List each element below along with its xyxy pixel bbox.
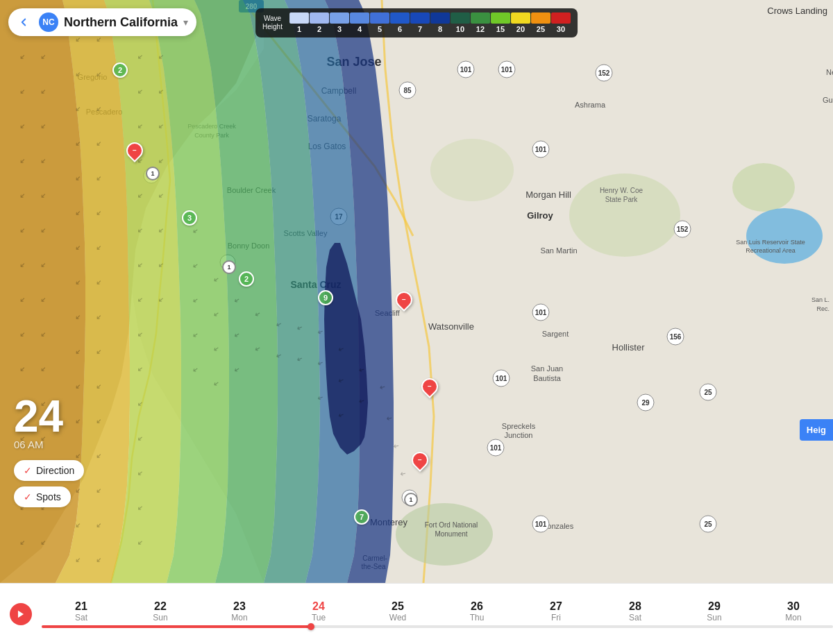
svg-text:Scotts Valley: Scotts Valley (284, 229, 328, 237)
svg-text:Campbell: Campbell (321, 86, 357, 96)
route-1-badge-top: 1 (146, 167, 160, 180)
svg-text:San Jose: San Jose (326, 55, 381, 69)
svg-text:Carmel-: Carmel- (362, 554, 387, 562)
date-item-4[interactable]: 25 Wed (358, 600, 437, 622)
svg-text:Watsonville: Watsonville (428, 321, 474, 332)
date-num-4: 25 (392, 600, 404, 613)
svg-text:Rec.: Rec. (816, 305, 830, 312)
green-marker-2[interactable]: 2 (112, 62, 128, 78)
svg-text:Gilroy: Gilroy (527, 210, 553, 221)
svg-text:29: 29 (641, 399, 650, 407)
date-num-7: 28 (629, 600, 641, 613)
svg-text:San Luis Reservoir State: San Luis Reservoir State (736, 239, 805, 246)
date-day-1: Sun (153, 613, 167, 622)
dates-row: 21 Sat 22 Sun 23 Mon 24 Tue 25 Wed 26 Th… (42, 595, 833, 625)
date-item-0[interactable]: 21 Sat (42, 600, 121, 622)
date-num-0: 21 (75, 600, 87, 613)
height-button[interactable]: Heig (800, 419, 833, 441)
svg-text:Newm..: Newm.. (826, 68, 833, 76)
date-item-5[interactable]: 26 Thu (437, 600, 516, 622)
svg-text:101: 101 (460, 66, 472, 74)
date-item-9[interactable]: 30 Mon (754, 600, 833, 622)
svg-text:Henry W. Coe: Henry W. Coe (600, 187, 643, 194)
svg-text:Gusto..: Gusto.. (823, 96, 833, 104)
progress-bar[interactable] (42, 625, 833, 628)
left-panel: 24 06 AM ✓ Direction ✓ Spots (0, 383, 146, 524)
direction-check: ✓ (24, 465, 32, 476)
spot-marker-4[interactable]: − (412, 452, 428, 468)
map-container: San Jose Campbell Saratoga Los Gatos San… (0, 0, 833, 583)
date-item-1[interactable]: 22 Sun (121, 600, 200, 622)
spots-check: ✓ (24, 491, 32, 502)
progress-thumb[interactable] (308, 623, 314, 630)
date-day-7: Sat (629, 613, 641, 622)
play-button-container (0, 603, 42, 625)
svg-text:Santa Cruz: Santa Cruz (290, 279, 341, 290)
green-marker-7[interactable]: 7 (354, 509, 369, 525)
dropdown-arrow[interactable]: ▾ (183, 17, 188, 28)
date-day-3: Tue (312, 613, 326, 622)
region-icon: NC (39, 12, 58, 32)
date-day-6: Fri (551, 613, 561, 622)
direction-chip[interactable]: ✓ Direction (14, 460, 84, 481)
spot-marker-3[interactable]: − (421, 378, 438, 395)
wave-height-label: WaveHeight (262, 15, 283, 31)
svg-text:Monterey: Monterey (370, 517, 408, 527)
svg-text:280: 280 (246, 3, 258, 10)
svg-text:101: 101 (496, 375, 507, 382)
legend-colors (289, 12, 571, 24)
date-item-2[interactable]: 23 Mon (200, 600, 279, 622)
svg-text:101: 101 (490, 444, 502, 452)
date-num-3: 24 (312, 600, 325, 613)
date-item-3[interactable]: 24 Tue (279, 600, 358, 622)
date-item-7[interactable]: 28 Sat (596, 600, 675, 622)
svg-text:San L.: San L. (811, 296, 830, 303)
svg-text:101: 101 (535, 146, 547, 153)
svg-text:Ashrama: Ashrama (575, 101, 606, 109)
spot-marker-1[interactable]: − (126, 142, 143, 159)
svg-text:County Park: County Park (194, 132, 229, 139)
svg-text:Bautista: Bautista (533, 374, 562, 382)
svg-point-1 (732, 163, 795, 212)
svg-text:Monument: Monument (435, 530, 467, 538)
green-marker-2b[interactable]: 2 (239, 271, 254, 287)
svg-point-2 (569, 173, 680, 257)
region-name: Northern California (64, 15, 178, 30)
date-num-8: 29 (708, 600, 721, 613)
green-marker-3[interactable]: 3 (182, 210, 197, 226)
wave-height-legend: WaveHeight (255, 8, 578, 37)
date-day-2: Mon (231, 613, 247, 622)
date-num-5: 26 (471, 600, 483, 613)
date-day-9: Mon (785, 613, 801, 622)
date-num-1: 22 (154, 600, 167, 613)
svg-text:Gregorio: Gregorio (78, 73, 108, 81)
date-item-8[interactable]: 29 Sun (675, 600, 754, 622)
svg-text:25: 25 (704, 389, 712, 396)
svg-text:Saratoga: Saratoga (308, 114, 342, 124)
crows-landing-label: Crows Landing (767, 6, 827, 16)
dates-container: 21 Sat 22 Sun 23 Mon 24 Tue 25 Wed 26 Th… (42, 595, 833, 634)
svg-text:85: 85 (403, 87, 412, 94)
svg-text:the-Sea: the-Sea (361, 563, 385, 570)
svg-text:Fort Ord National: Fort Ord National (425, 521, 478, 529)
route-1-badge-bot: 1 (404, 493, 418, 507)
direction-label: Direction (36, 465, 74, 476)
svg-text:Hollister: Hollister (612, 342, 646, 353)
svg-text:Sargent: Sargent (542, 330, 569, 338)
back-button[interactable] (14, 12, 33, 32)
svg-text:Los Gatos: Los Gatos (308, 142, 346, 151)
svg-text:101: 101 (535, 309, 547, 316)
spot-marker-2[interactable]: − (396, 291, 412, 308)
spots-chip[interactable]: ✓ Spots (14, 486, 71, 507)
svg-text:156: 156 (670, 333, 682, 341)
date-day-5: Thu (470, 613, 485, 622)
wave-height-value: 24 (14, 394, 135, 439)
svg-text:Recreational Area: Recreational Area (746, 247, 796, 254)
play-icon[interactable] (10, 603, 32, 625)
svg-text:San Juan: San Juan (531, 364, 563, 373)
green-marker-9[interactable]: 9 (318, 290, 333, 305)
svg-text:Morgan Hill: Morgan Hill (525, 189, 571, 200)
svg-marker-198 (18, 610, 24, 618)
svg-text:Junction: Junction (505, 431, 533, 439)
date-item-6[interactable]: 27 Fri (516, 600, 596, 622)
